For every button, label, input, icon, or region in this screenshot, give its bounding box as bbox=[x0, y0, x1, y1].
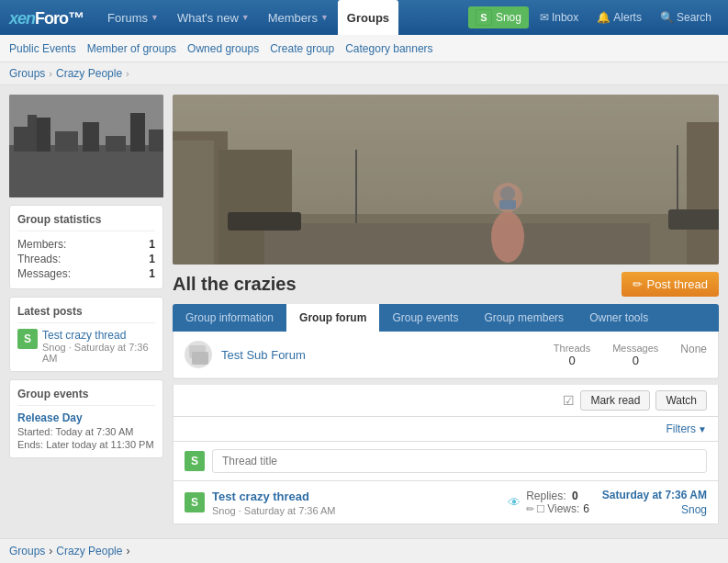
subnav-owned-groups[interactable]: Owned groups bbox=[187, 42, 259, 55]
svg-rect-2 bbox=[14, 127, 32, 197]
stat-threads-label: Threads: bbox=[17, 253, 61, 265]
user-avatar: S bbox=[476, 9, 492, 26]
whatsnew-arrow-icon: ▼ bbox=[241, 13, 250, 22]
main-layout: Group statistics Members: 1 Threads: 1 M… bbox=[0, 85, 728, 534]
svg-point-9 bbox=[79, 159, 94, 186]
alerts-button[interactable]: 🔔 Alerts bbox=[589, 7, 649, 28]
svg-rect-1 bbox=[9, 145, 163, 197]
filters-button[interactable]: Filters ▼ bbox=[666, 422, 707, 435]
breadcrumb-groups[interactable]: Groups bbox=[9, 67, 45, 80]
breadcrumb-crazy-people[interactable]: Crazy People bbox=[56, 67, 122, 80]
sidebar-image-placeholder bbox=[9, 95, 163, 197]
thread-title-link[interactable]: Test crazy thread bbox=[212, 490, 309, 503]
stat-messages-label: Messages: bbox=[17, 267, 71, 280]
group-banner bbox=[173, 95, 719, 265]
inbox-button[interactable]: ✉ Inbox bbox=[532, 7, 586, 28]
forum-messages-label: Messages bbox=[612, 343, 658, 354]
event-ends: Ends: Later today at 11:30 PM bbox=[17, 439, 155, 450]
tab-owner-tools[interactable]: Owner tools bbox=[577, 304, 661, 332]
nav-forums[interactable]: Forums ▼ bbox=[98, 0, 168, 35]
post-thread-button[interactable]: ✏ Post thread bbox=[622, 272, 720, 297]
breadcrumb-end-marker: › bbox=[126, 68, 129, 79]
group-title: All the crazies bbox=[173, 274, 297, 295]
event-name[interactable]: Release Day bbox=[17, 411, 155, 424]
stats-title: Group statistics bbox=[17, 213, 155, 231]
latest-post-avatar: S bbox=[17, 329, 38, 349]
filters-bar: Filters ▼ bbox=[173, 417, 719, 442]
forums-arrow-icon: ▼ bbox=[151, 13, 159, 22]
watch-button[interactable]: Watch bbox=[655, 390, 707, 411]
banner-background bbox=[173, 95, 719, 265]
stat-messages-value: 1 bbox=[149, 267, 155, 280]
forum-last-post: None bbox=[680, 343, 707, 367]
forum-messages-value: 0 bbox=[612, 354, 658, 367]
stat-members: Members: 1 bbox=[17, 237, 155, 252]
nav-whats-new[interactable]: What's new ▼ bbox=[168, 0, 259, 35]
latest-posts-title: Latest posts bbox=[17, 305, 155, 323]
banner-overlay bbox=[173, 95, 719, 265]
inbox-icon: ✉ bbox=[540, 11, 549, 24]
sub-navigation: Public Events Member of groups Owned gro… bbox=[0, 35, 728, 62]
thread-date-stats: Saturday at 7:36 AM Snog bbox=[597, 489, 707, 516]
group-events-section: Group events Release Day Started: Today … bbox=[9, 379, 163, 458]
stat-members-label: Members: bbox=[17, 238, 66, 251]
thread-reply-views: Replies: 0 ✏ ☐ Views: 6 bbox=[526, 490, 589, 515]
forum-icon bbox=[185, 341, 212, 368]
sidebar-image-svg bbox=[9, 95, 163, 197]
logo-prefix: xen bbox=[9, 9, 35, 28]
forum-messages-stat: Messages 0 bbox=[612, 343, 658, 367]
stat-members-value: 1 bbox=[149, 238, 155, 251]
tab-group-events[interactable]: Group events bbox=[379, 304, 471, 332]
logo-suffix: Foro™ bbox=[35, 9, 84, 28]
svg-rect-6 bbox=[106, 136, 126, 197]
event-start: Started: Today at 7:30 AM bbox=[17, 426, 155, 437]
sidebar: Group statistics Members: 1 Threads: 1 M… bbox=[9, 95, 163, 524]
views-label: Views: bbox=[547, 502, 579, 515]
views-eye-icon: 👁 bbox=[508, 495, 521, 510]
forum-name-link[interactable]: Test Sub Forum bbox=[221, 348, 544, 362]
subnav-category-banners[interactable]: Category banners bbox=[345, 42, 432, 55]
svg-rect-4 bbox=[55, 131, 78, 197]
thread-input-row: S bbox=[173, 442, 719, 481]
latest-posts-section: Latest posts S Test crazy thread Snog · … bbox=[9, 297, 163, 372]
tab-group-forum[interactable]: Group forum bbox=[286, 304, 379, 332]
group-statistics-section: Group statistics Members: 1 Threads: 1 M… bbox=[9, 205, 163, 289]
bell-icon: 🔔 bbox=[597, 11, 610, 24]
breadcrumb-sep: › bbox=[49, 68, 52, 79]
edit-small-icon: ✏ bbox=[526, 503, 534, 515]
search-button[interactable]: 🔍 Search bbox=[653, 7, 719, 28]
thread-avatar: S bbox=[185, 492, 205, 512]
forum-row: Test Sub Forum Threads 0 Messages 0 None bbox=[174, 332, 718, 378]
compose-avatar: S bbox=[185, 451, 205, 471]
user-menu-button[interactable]: S Snog bbox=[468, 6, 529, 28]
stat-threads: Threads: 1 bbox=[17, 252, 155, 266]
site-logo[interactable]: xenForo™ bbox=[9, 7, 84, 28]
tab-group-information[interactable]: Group information bbox=[173, 304, 286, 332]
forum-stats: Threads 0 Messages 0 None bbox=[554, 343, 707, 367]
actions-bar: ☑ Mark read Watch bbox=[173, 385, 719, 417]
svg-rect-29 bbox=[192, 352, 208, 365]
thread-last-date[interactable]: Saturday at 7:36 AM bbox=[602, 489, 707, 501]
thread-replies-row: Replies: 0 bbox=[526, 490, 589, 502]
filters-arrow-icon: ▼ bbox=[698, 424, 707, 434]
search-icon: 🔍 bbox=[660, 11, 674, 24]
latest-post-meta: Snog · Saturday at 7:36 AM bbox=[42, 342, 155, 364]
tab-group-members[interactable]: Group members bbox=[471, 304, 577, 332]
mark-read-button[interactable]: Mark read bbox=[580, 390, 650, 411]
top-navigation: xenForo™ Forums ▼ What's new ▼ Members ▼… bbox=[0, 0, 728, 35]
thread-views-row: ✏ ☐ Views: 6 bbox=[526, 502, 589, 515]
nav-groups[interactable]: Groups bbox=[338, 0, 398, 35]
thread-list-item: S Test crazy thread Snog · Saturday at 7… bbox=[173, 481, 719, 524]
breadcrumb: Groups › Crazy People › bbox=[0, 62, 728, 85]
thread-title-input[interactable] bbox=[212, 449, 707, 473]
subnav-public-events[interactable]: Public Events bbox=[9, 42, 76, 55]
views-checkbox[interactable]: ☐ bbox=[536, 503, 545, 515]
svg-point-10 bbox=[81, 152, 92, 163]
nav-members[interactable]: Members ▼ bbox=[259, 0, 338, 35]
forum-threads-stat: Threads 0 bbox=[554, 343, 590, 367]
latest-post-link[interactable]: Test crazy thread bbox=[42, 329, 126, 342]
subnav-member-of-groups[interactable]: Member of groups bbox=[87, 42, 176, 55]
thread-last-user[interactable]: Snog bbox=[681, 503, 707, 516]
subnav-create-group[interactable]: Create group bbox=[270, 42, 334, 55]
main-nav: Forums ▼ What's new ▼ Members ▼ Groups bbox=[98, 0, 468, 35]
